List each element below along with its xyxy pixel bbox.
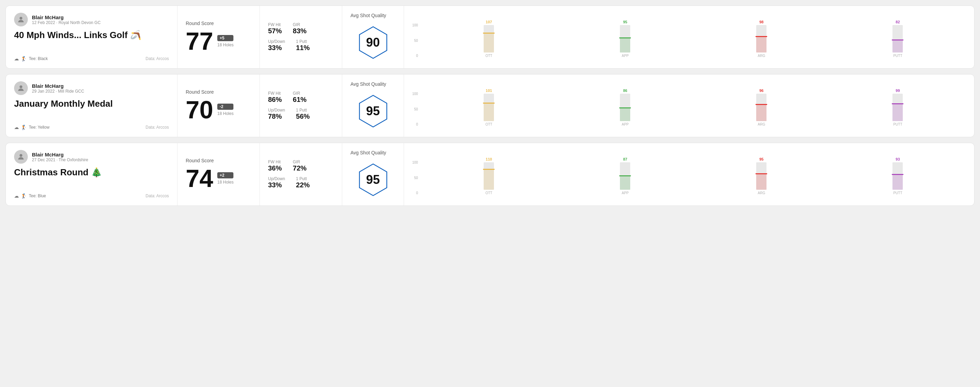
card-score-2: Round Score 70 -2 18 Holes <box>177 75 260 137</box>
stat-oneputt-3: 1 Putt 22% <box>296 176 310 189</box>
score-holes-1: 18 Holes <box>217 43 234 48</box>
wind-icon: 🏌 <box>21 193 27 199</box>
stat-fw-hit-2: FW Hit 86% <box>268 91 282 104</box>
chart-bar-wrapper <box>830 162 966 190</box>
chart-bar-line <box>756 36 767 37</box>
round-card-1: Blair McHarg 12 Feb 2022 · Royal North D… <box>5 5 975 68</box>
chart-bars: 100 50 0 110 OTT 87 <box>412 154 966 195</box>
chart-x-label: PUTT <box>893 191 902 195</box>
chart-bar-line <box>483 103 495 104</box>
stat-fw-hit-label-2: FW Hit <box>268 91 282 96</box>
chart-bar-line <box>483 33 495 33</box>
chart-group-ott: 110 OTT <box>421 157 557 195</box>
chart-bar-fill <box>892 40 903 52</box>
user-info-2: Blair McHarg 29 Jan 2022 · Mill Ride GCC <box>32 83 84 94</box>
chart-bar-line <box>892 103 904 104</box>
user-meta-2: 29 Jan 2022 · Mill Ride GCC <box>32 89 84 94</box>
chart-bars: 100 50 0 101 OTT 86 <box>412 85 966 126</box>
chart-bar-bg <box>620 94 630 121</box>
chart-bar-fill <box>756 36 767 52</box>
stats-row-bottom-1: Up/Down 33% 1 Putt 11% <box>268 39 334 52</box>
chart-bar-value: 96 <box>759 89 764 93</box>
user-icon <box>17 84 25 92</box>
chart-x-label: APP <box>622 191 628 195</box>
user-info-1: Blair McHarg 12 Feb 2022 · Royal North D… <box>32 14 100 25</box>
chart-group-ott: 101 OTT <box>421 89 557 126</box>
chart-bar-bg <box>620 25 630 52</box>
chart-bar-wrapper <box>557 25 694 52</box>
chart-bar-wrapper <box>830 25 966 52</box>
stat-updown-label-2: Up/Down <box>268 108 285 113</box>
chart-bar-wrapper <box>694 25 830 52</box>
stat-oneputt-label-2: 1 Putt <box>296 108 310 113</box>
tee-info-1: ☁ 🏌 Tee: Black <box>14 56 48 62</box>
chart-bar-value: 93 <box>896 157 900 161</box>
card-footer-3: ☁ 🏌 Tee: Blue Data: Arccos <box>14 193 169 199</box>
stat-updown-2: Up/Down 78% <box>268 108 285 121</box>
chart-bar-fill <box>484 33 494 52</box>
chart-group-ott: 107 OTT <box>421 20 557 58</box>
score-number-2: 70 <box>186 97 213 122</box>
stat-updown-value-2: 78% <box>268 113 285 121</box>
quality-score-1: 90 <box>366 35 380 50</box>
score-main-2: 70 -2 18 Holes <box>186 97 251 122</box>
data-source-2: Data: Arccos <box>146 125 169 130</box>
avatar-2 <box>14 81 28 95</box>
stats-row-top-1: FW Hit 57% GIR 83% <box>268 22 334 35</box>
chart-x-label: ARG <box>758 191 765 195</box>
score-detail-3: +2 18 Holes <box>217 172 234 185</box>
stat-oneputt-value-1: 11% <box>296 44 310 52</box>
chart-bar-fill <box>620 37 630 52</box>
quality-score-3: 95 <box>366 173 380 187</box>
stat-gir-value-2: 61% <box>293 96 307 104</box>
round-title-2: January Monthly Medal <box>14 98 169 109</box>
chart-bar-fill <box>892 103 903 121</box>
quality-label-1: Avg Shot Quality <box>350 13 386 18</box>
chart-y-label-100: 100 <box>412 160 418 164</box>
chart-bar-value: 95 <box>623 20 627 24</box>
stat-oneputt-label-1: 1 Putt <box>296 39 310 44</box>
chart-bar-line <box>892 40 904 40</box>
chart-bar-bg <box>484 25 494 52</box>
score-detail-1: +5 18 Holes <box>217 35 234 48</box>
chart-y-label-0: 0 <box>412 54 418 58</box>
stats-row-bottom-3: Up/Down 33% 1 Putt 22% <box>268 176 334 189</box>
chart-bar-value: 86 <box>623 89 627 93</box>
score-main-3: 74 +2 18 Holes <box>186 166 251 191</box>
chart-group-arg: 98 ARG <box>694 20 830 58</box>
chart-x-label: OTT <box>485 54 492 58</box>
chart-group-arg: 96 ARG <box>694 89 830 126</box>
chart-y-axis: 100 50 0 <box>412 160 418 195</box>
user-row-2: Blair McHarg 29 Jan 2022 · Mill Ride GCC <box>14 81 169 95</box>
wind-icon: 🏌 <box>21 125 27 130</box>
chart-bar-value: 82 <box>896 20 900 24</box>
stat-gir-3: GIR 72% <box>293 160 307 172</box>
chart-bar-line <box>619 107 631 108</box>
chart-bar-value: 87 <box>623 157 627 161</box>
round-card-3: Blair McHarg 27 Dec 2021 · The Oxfordshi… <box>5 143 975 206</box>
user-row-3: Blair McHarg 27 Dec 2021 · The Oxfordshi… <box>14 150 169 163</box>
card-stats-2: FW Hit 86% GIR 61% Up/Down 78% 1 Putt <box>260 75 342 137</box>
stat-fw-hit-label-1: FW Hit <box>268 22 282 27</box>
chart-bar-line <box>756 104 767 105</box>
chart-bar-bg <box>484 162 494 190</box>
chart-bar-wrapper <box>421 25 557 52</box>
chart-x-label: PUTT <box>893 54 902 58</box>
tee-label-2: Tee: Yellow <box>29 125 49 130</box>
chart-bar-line <box>483 169 495 170</box>
user-icon <box>17 153 25 161</box>
stat-gir-value-3: 72% <box>293 164 307 172</box>
card-score-3: Round Score 74 +2 18 Holes <box>177 143 260 206</box>
chart-group-putt: 93 PUTT <box>830 157 966 195</box>
stat-oneputt-1: 1 Putt 11% <box>296 39 310 52</box>
stat-oneputt-label-3: 1 Putt <box>296 176 310 181</box>
chart-bar-fill <box>620 107 630 121</box>
chart-bars: 100 50 0 107 OTT 95 <box>412 16 966 58</box>
chart-y-label-100: 100 <box>412 23 418 27</box>
round-card-2: Blair McHarg 29 Jan 2022 · Mill Ride GCC… <box>5 74 975 137</box>
card-left-3: Blair McHarg 27 Dec 2021 · The Oxfordshi… <box>6 143 177 206</box>
stat-gir-label-1: GIR <box>293 22 307 27</box>
chart-bar-bg <box>756 25 767 52</box>
stats-row-top-3: FW Hit 36% GIR 72% <box>268 160 334 172</box>
chart-bar-bg <box>892 162 903 190</box>
